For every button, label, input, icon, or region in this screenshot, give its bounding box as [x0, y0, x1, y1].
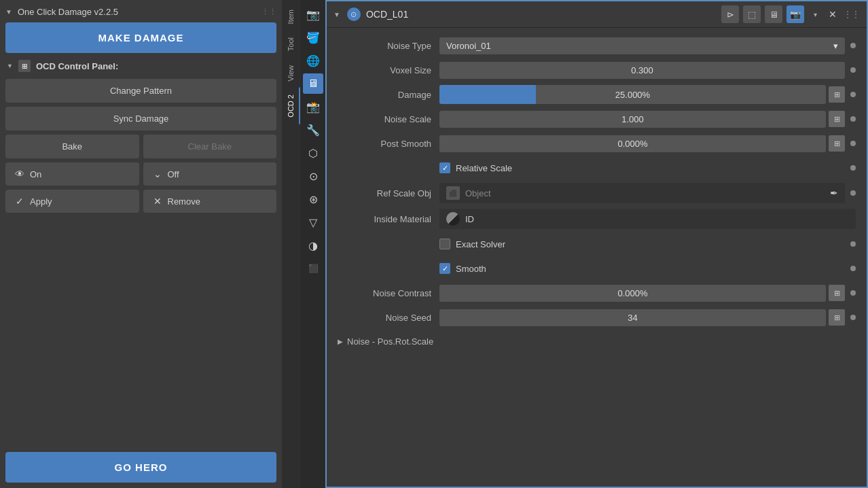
sidebar-tool-tab[interactable]: Tool [283, 31, 300, 58]
noise-scale-field-icon[interactable]: ⊞ [829, 111, 845, 127]
header-actions: ⊳ ⬚ 🖥 📷 ▾ ✕ ⋮⋮ [721, 5, 860, 23]
header-dots-icon: ⋮⋮ [844, 10, 860, 19]
noise-type-row: Noise Type Voronoi_01 ▾ [338, 36, 856, 55]
collapse-arrow[interactable]: ▼ [5, 8, 12, 16]
properties-panel: Noise Type Voronoi_01 ▾ Voxel Size 0.300… [327, 28, 867, 487]
exact-solver-row: Exact Solver [338, 234, 856, 254]
bake-button[interactable]: Bake [5, 135, 139, 158]
display-header-icon[interactable]: 🖥 [765, 5, 782, 23]
damage-value: 25.000% ⊞ [439, 85, 845, 104]
damage-field-icon[interactable]: ⊞ [829, 86, 845, 103]
damage-text: 25.000% [446, 90, 819, 100]
display-icon[interactable]: 🖥 [303, 73, 323, 94]
damage-field[interactable]: 25.000% [439, 85, 826, 104]
scene-icon[interactable]: 📷 [303, 4, 323, 24]
exact-solver-label: Exact Solver [456, 239, 505, 249]
wrench-icon[interactable]: 🔧 [303, 120, 323, 140]
clear-bake-button[interactable]: Clear Bake [143, 135, 277, 158]
constraint-icon[interactable]: ⊙ [303, 166, 323, 186]
camera-icon[interactable]: 📸 [303, 97, 323, 117]
go-hero-button[interactable]: GO HERO [5, 452, 276, 483]
relative-scale-checkbox-row: ✓ Relative Scale [439, 162, 512, 173]
noise-seed-field-icon[interactable]: ⊞ [829, 309, 845, 326]
post-smooth-field-icon[interactable]: ⊞ [829, 135, 845, 152]
voxel-size-field[interactable]: 0.300 [439, 62, 845, 79]
panel-dots: ⋮⋮ [261, 7, 276, 16]
exact-solver-checkbox[interactable] [439, 239, 450, 249]
on-button[interactable]: 👁 On [5, 162, 139, 186]
noise-contrast-row: Noise Contrast 0.000% ⊞ [338, 283, 856, 302]
ref-scale-obj-field[interactable]: ⬛ Object ✒ [439, 183, 845, 203]
physics-icon[interactable]: ▽ [303, 212, 323, 232]
checker-icon[interactable]: ⬛ [303, 258, 323, 279]
post-smooth-field[interactable]: 0.000% [439, 135, 826, 152]
particles-icon[interactable]: ⊛ [303, 189, 323, 209]
noise-contrast-value: 0.000% ⊞ [439, 285, 845, 302]
noise-contrast-field-icon[interactable]: ⊞ [829, 285, 845, 301]
noise-seed-field[interactable]: 34 [439, 309, 826, 326]
inside-material-field[interactable]: ID [439, 209, 856, 229]
noise-contrast-field[interactable]: 0.000% [439, 285, 826, 302]
noise-type-label: Noise Type [338, 41, 439, 51]
relative-scale-checkbox[interactable]: ✓ [439, 162, 450, 173]
off-label: Off [168, 169, 179, 179]
eyedropper-icon[interactable]: ✒ [830, 188, 838, 198]
sidebar-item-tab[interactable]: Item [283, 3, 300, 31]
off-button[interactable]: ⌄ Off [143, 162, 277, 186]
smooth-label: Smooth [456, 264, 486, 274]
change-pattern-button[interactable]: Change Pattern [5, 79, 276, 103]
main-collapse-arrow[interactable]: ▼ [333, 11, 340, 18]
smooth-row: ✓ Smooth [338, 259, 856, 278]
icon-strip: 📷 🪣 🌐 🖥 📸 🔧 ⬡ ⊙ ⊛ ▽ ◑ ⬛ [301, 0, 325, 488]
damage-dot [850, 92, 856, 97]
inside-material-label: Inside Material [338, 214, 439, 224]
globe-icon[interactable]: 🌐 [303, 50, 323, 71]
inside-material-row: Inside Material ID [338, 209, 856, 229]
damage-label: Damage [338, 90, 439, 100]
funnel-header-icon[interactable]: ⊳ [721, 5, 739, 23]
check-icon: ✓ [14, 195, 26, 207]
noise-seed-row: Noise Seed 34 ⊞ [338, 308, 856, 327]
smooth-checkbox[interactable]: ✓ [439, 263, 450, 274]
panel-header: ▼ One Click Damage v2.2.5 ⋮⋮ [5, 5, 276, 18]
remove-label: Remove [168, 196, 200, 207]
ref-scale-obj-row: Ref Scale Obj ⬛ Object ✒ [338, 183, 856, 203]
voxel-size-value: 0.300 [439, 62, 845, 79]
noise-pos-rot-scale-section[interactable]: ▶ Noise - Pos.Rot.Scale [338, 332, 856, 351]
voxel-size-dot [850, 67, 856, 73]
header-close-icon[interactable]: ✕ [826, 7, 839, 21]
exact-solver-dot [850, 241, 856, 247]
noise-seed-value: 34 ⊞ [439, 309, 845, 326]
ref-scale-obj-dot [850, 190, 856, 196]
apply-button[interactable]: ✓ Apply [5, 190, 139, 213]
sidebar-ocd2-tab[interactable]: OCD 2 [283, 88, 300, 124]
post-smooth-label: Post Smooth [338, 139, 439, 149]
paint-icon[interactable]: 🪣 [303, 27, 323, 48]
inside-material-value: ID [439, 209, 856, 229]
ocd-control-label: OCD Control Panel: [36, 61, 118, 71]
material-sphere-icon [446, 212, 460, 226]
camera-header-icon[interactable]: 📷 [786, 5, 804, 23]
post-smooth-row: Post Smooth 0.000% ⊞ [338, 134, 856, 153]
node-icon[interactable]: ⬡ [303, 143, 323, 163]
noise-type-dropdown[interactable]: Voronoi_01 ▾ [439, 37, 845, 54]
ref-scale-obj-value: ⬛ Object ✒ [439, 183, 845, 203]
sidebar-view-tab[interactable]: View [283, 58, 300, 88]
noise-scale-field[interactable]: 1.000 [439, 111, 826, 128]
sync-damage-button[interactable]: Sync Damage [5, 107, 276, 130]
voxel-size-row: Voxel Size 0.300 [338, 60, 856, 80]
ocd-collapse-arrow[interactable]: ▼ [7, 63, 13, 69]
make-damage-button[interactable]: MAKE DAMAGE [5, 22, 276, 53]
header-dropdown-arrow[interactable]: ▾ [808, 7, 822, 21]
noise-contrast-label: Noise Contrast [338, 288, 439, 298]
select-header-icon[interactable]: ⬚ [743, 5, 761, 23]
noise-seed-label: Noise Seed [338, 313, 439, 323]
damage-row: Damage 25.000% ⊞ [338, 85, 856, 104]
ocd-control-header: ▼ ⊞ OCD Control Panel: [5, 57, 276, 75]
shader-icon[interactable]: ◑ [303, 235, 323, 256]
panel-title: One Click Damage v2.2.5 [18, 7, 118, 17]
sidebar-tabs: Item Tool View OCD 2 [282, 0, 301, 488]
remove-button[interactable]: ✕ Remove [143, 190, 277, 213]
eye-icon: 👁 [14, 168, 26, 180]
main-panel: ▼ ⊙ OCD_L01 ⊳ ⬚ 🖥 📷 ▾ ✕ ⋮⋮ Noise Type Vo… [325, 0, 868, 488]
